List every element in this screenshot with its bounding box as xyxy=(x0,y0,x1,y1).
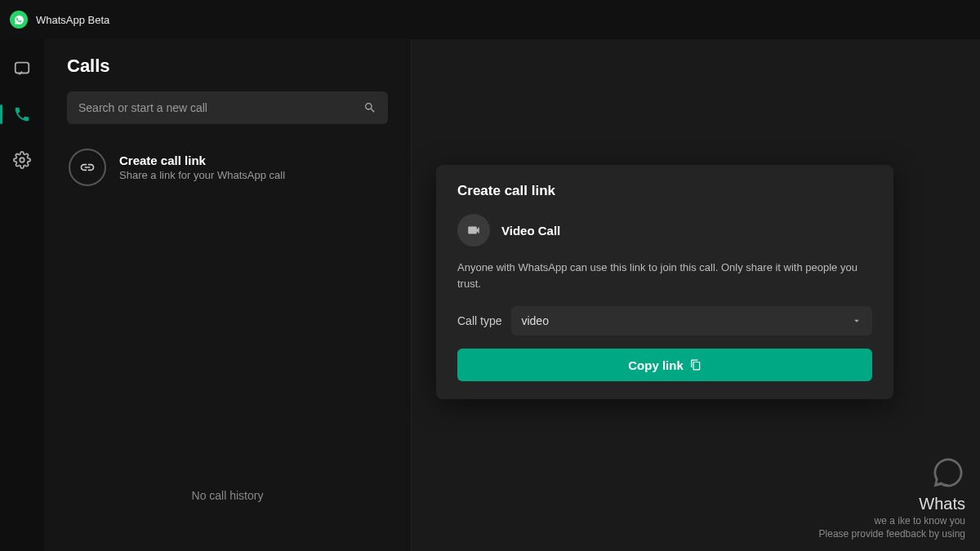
create-call-link-row[interactable]: Create call link Share a link for your W… xyxy=(67,142,388,193)
whatsapp-logo-icon xyxy=(10,11,28,29)
video-icon xyxy=(457,214,490,247)
call-type-name: Video Call xyxy=(501,224,560,238)
title-bar: WhatsApp Beta xyxy=(0,0,980,39)
app-title: WhatsApp Beta xyxy=(36,14,109,26)
nav-settings-icon[interactable] xyxy=(9,147,35,173)
create-link-title: Create call link xyxy=(119,153,285,167)
call-type-display: Video Call xyxy=(457,214,872,247)
copy-icon xyxy=(690,359,702,371)
dialog-title: Create call link xyxy=(457,183,872,199)
no-call-history-label: No call history xyxy=(67,489,388,535)
copy-link-label: Copy link xyxy=(628,358,684,372)
create-link-subtitle: Share a link for your WhatsApp call xyxy=(119,169,285,181)
link-icon xyxy=(69,149,106,186)
create-call-link-dialog: Create call link Video Call Anyone with … xyxy=(436,165,893,399)
nav-chats-icon[interactable] xyxy=(9,56,35,82)
feedback-line2: Please provide feedback by using xyxy=(819,528,965,540)
dialog-info-text: Anyone with WhatsApp can use this link t… xyxy=(457,260,872,291)
page-title: Calls xyxy=(67,56,388,77)
copy-link-button[interactable]: Copy link xyxy=(457,349,872,381)
chevron-down-icon xyxy=(851,315,862,327)
call-type-label: Call type xyxy=(457,314,501,327)
svg-point-1 xyxy=(20,158,24,162)
svg-rect-0 xyxy=(16,63,29,73)
search-icon xyxy=(363,101,376,114)
calls-panel: Calls Create call link Share a link for … xyxy=(44,39,412,551)
search-box[interactable] xyxy=(67,91,388,124)
whatsapp-outline-icon xyxy=(819,455,965,490)
nav-rail xyxy=(0,39,44,551)
call-type-value: video xyxy=(521,314,548,327)
nav-calls-icon[interactable] xyxy=(9,101,35,127)
feedback-block: Whats we a ike to know you Please provid… xyxy=(819,455,965,540)
right-panel: Create call link Video Call Anyone with … xyxy=(412,39,980,551)
search-input[interactable] xyxy=(78,101,363,114)
feedback-brand: Whats xyxy=(819,495,965,513)
call-type-select[interactable]: video xyxy=(511,306,872,335)
feedback-line1: we a ike to know you xyxy=(819,515,965,527)
